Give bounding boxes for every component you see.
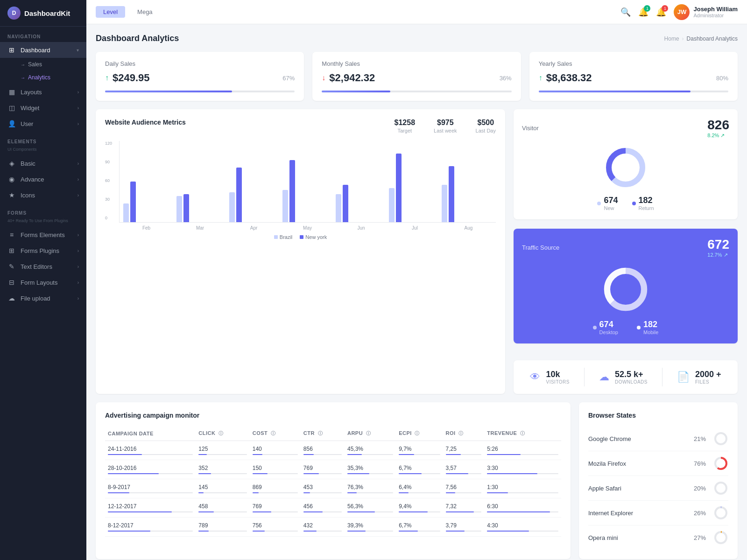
alert-icon[interactable]: 🔔1	[656, 7, 666, 17]
traffic-card: Traffic Source 672 12.7% ↗	[514, 229, 738, 343]
metric-lastweek: $975 Last week	[434, 119, 457, 133]
forms-section-label: FORMS	[0, 203, 86, 218]
browser-row: Internet Explorer 26%	[588, 501, 728, 525]
sidebar-label-sales: Sales	[28, 61, 42, 68]
arrow-icon: →	[21, 62, 25, 67]
sidebar-item-label-file-upload: File upload	[21, 295, 50, 302]
metrics-card: Website Audience Metrics $1258 Target $9…	[96, 109, 505, 394]
sidebar-item-basic[interactable]: ◈ Basic ›	[0, 155, 86, 171]
files-icon: 📄	[677, 371, 690, 383]
basic-icon: ◈	[7, 160, 16, 167]
browser-pct: 76%	[694, 460, 706, 467]
sidebar-subitem-sales[interactable]: → Sales	[0, 58, 86, 71]
tab-mega[interactable]: Mega	[130, 6, 160, 18]
tab-level[interactable]: Level	[96, 6, 125, 18]
visitor-return-label: Return	[639, 205, 654, 211]
bar-group	[176, 194, 227, 222]
sidebar-item-forms-plugins[interactable]: ⊞ Forms Plugins ›	[0, 243, 86, 259]
sidebar-label-analytics: Analytics	[28, 74, 50, 81]
visitor-stats-row: 674 New 182 Return	[522, 196, 729, 211]
bar-brazil	[442, 185, 447, 222]
sidebar-item-user[interactable]: 👤 User ›	[0, 116, 86, 132]
table-row: 12-12-201745876945656,3%9,4%7,326:30	[105, 498, 561, 518]
yearly-sales-title: Yearly Sales	[539, 60, 728, 67]
yearly-sales-pct: 80%	[716, 75, 728, 82]
breadcrumb-home[interactable]: Home	[664, 35, 679, 42]
col-header-roi: ROI ⓘ	[443, 427, 485, 441]
campaign-table: CAMPAIGN DATE CLICK ⓘ COST ⓘ CTR ⓘ ARPU …	[105, 427, 561, 537]
browser-list: Google Chrome 21% Mozila Firefox 76% App…	[588, 427, 728, 550]
sidebar-item-dashboard[interactable]: ⊞ Dashboard ▾	[0, 42, 86, 58]
alert-badge: 1	[662, 5, 668, 12]
bar-ny	[289, 160, 295, 222]
chevron-right-icon: ›	[78, 121, 79, 126]
metric-target: $1258 Target	[395, 119, 416, 133]
table-row: 24-11-201612514085645,3%9,7%7,255:26	[105, 441, 561, 460]
monthly-sales-value: $2,942.32	[329, 72, 375, 84]
sidebar-item-label-widget: Widget	[21, 105, 39, 112]
legend-ny-dot	[300, 235, 303, 239]
sidebar-item-forms-elements[interactable]: ≡ Forms Elements ›	[0, 227, 86, 243]
trend-up-icon: ↑	[539, 74, 543, 82]
bar-brazil	[229, 192, 235, 222]
notification-icon[interactable]: 🔔1	[638, 7, 648, 17]
col-header-click: CLICK ⓘ	[196, 427, 249, 441]
sidebar-subitem-analytics[interactable]: → Analytics	[0, 71, 86, 84]
arrow-icon: →	[21, 75, 25, 80]
sidebar-item-text-editors[interactable]: ✎ Text Editors ›	[0, 259, 86, 274]
browser-pct: 20%	[694, 485, 706, 492]
bar-group	[389, 154, 439, 222]
browser-chart	[713, 456, 728, 471]
visitors-value: 10k	[546, 370, 570, 379]
sidebar-item-file-upload[interactable]: ☁ File upload ›	[0, 290, 86, 306]
return-dot	[632, 202, 636, 205]
bar-group	[442, 166, 492, 222]
dashboard-icon: ⊞	[7, 46, 16, 54]
file-upload-icon: ☁	[7, 294, 16, 302]
visitor-count: 826	[707, 118, 729, 133]
sidebar-item-form-layouts[interactable]: ⊟ Form Layouts ›	[0, 274, 86, 290]
metric-lastday: $500 Last Day	[476, 119, 496, 133]
sidebar-item-icons[interactable]: ★ Icons ›	[0, 187, 86, 203]
page-title: Dashboard Analytics	[96, 34, 179, 43]
col-header-arpu: ARPU ⓘ	[345, 427, 396, 441]
visitor-donut-svg	[602, 144, 649, 191]
browser-row: Google Chrome 21%	[588, 427, 728, 451]
sidebar-item-layouts[interactable]: ▦ Layouts ›	[0, 84, 86, 100]
bar-brazil	[123, 203, 129, 222]
files-stat: 📄 2000 + FILES	[677, 370, 721, 385]
layouts-icon: ▦	[7, 88, 16, 96]
visitor-new-stat: 674 New	[597, 196, 618, 211]
bar-group	[282, 160, 333, 222]
table-row: 8-9-201714586945376,3%6,4%7,561:30	[105, 479, 561, 498]
logo-icon: D	[7, 7, 21, 20]
yearly-sales-card: Yearly Sales ↑ $8,638.32 80%	[529, 52, 738, 101]
bar-ny	[130, 182, 136, 222]
visitor-trend: 8.2% ↗	[707, 133, 729, 139]
trend-up-icon: ↑	[105, 74, 109, 82]
bar-group	[336, 185, 386, 222]
sidebar-item-label-layouts: Layouts	[21, 89, 42, 96]
col-header-trevenue: TREVENUE ⓘ	[484, 427, 561, 441]
daily-sales-value: $249.95	[113, 72, 150, 84]
search-icon[interactable]: 🔍	[620, 7, 631, 17]
chevron-right-icon: ›	[78, 177, 79, 182]
sidebar-item-advance[interactable]: ◉ Advance ›	[0, 171, 86, 187]
browser-card: Browser States Google Chrome 21% Mozila …	[579, 402, 738, 559]
svg-point-14	[715, 532, 726, 543]
user-menu[interactable]: JW Joseph William Administrator	[674, 4, 738, 20]
traffic-donut	[522, 264, 729, 315]
col-header-cost: COST ⓘ	[250, 427, 301, 441]
monthly-sales-title: Monthly Sales	[322, 60, 511, 67]
chevron-right-icon: ›	[78, 248, 79, 253]
bottom-row: Advertising campaign monitor CAMPAIGN DA…	[96, 402, 738, 559]
visitor-title: Visitor	[522, 125, 539, 132]
page-header: Dashboard Analytics Home › Dashboard Ana…	[96, 34, 738, 43]
sidebar-item-label-text-editors: Text Editors	[21, 263, 52, 270]
sidebar-item-widget[interactable]: ◫ Widget ›	[0, 100, 86, 116]
chevron-right-icon: ›	[78, 232, 79, 238]
files-value: 2000 +	[695, 370, 721, 379]
advance-icon: ◉	[7, 175, 16, 183]
visitor-new-count: 674	[604, 196, 618, 205]
browser-row: Opera mini 27%	[588, 525, 728, 550]
